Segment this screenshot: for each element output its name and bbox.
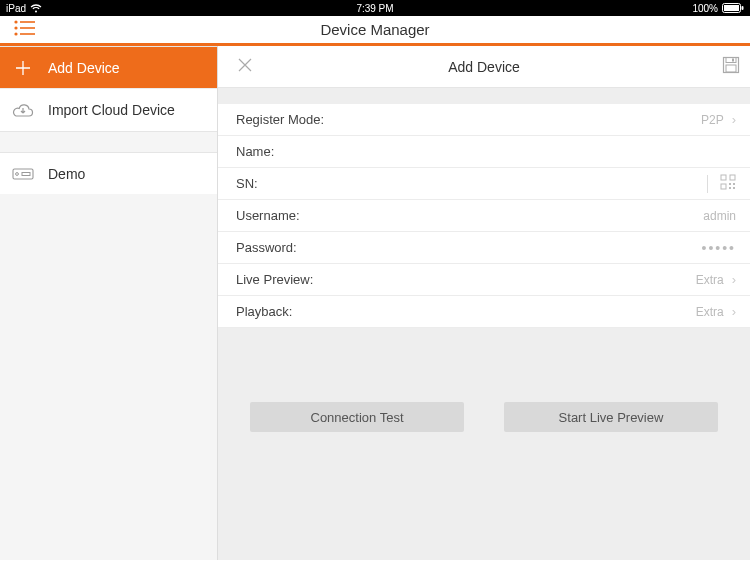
- svg-rect-22: [733, 187, 735, 189]
- value-username: admin: [703, 209, 736, 223]
- sidebar-item-label: Add Device: [48, 60, 120, 76]
- svg-rect-4: [20, 21, 35, 23]
- label-name: Name:: [236, 144, 274, 159]
- svg-rect-14: [732, 58, 734, 61]
- label-username: Username:: [236, 208, 300, 223]
- sidebar: Add Device Import Cloud Device Demo: [0, 46, 218, 560]
- sidebar-item-import-cloud[interactable]: Import Cloud Device: [0, 89, 217, 131]
- sidebar-item-add-device[interactable]: Add Device: [0, 47, 217, 89]
- save-icon[interactable]: [722, 56, 740, 78]
- svg-rect-18: [721, 184, 726, 189]
- svg-point-3: [14, 20, 17, 23]
- panel-title: Add Device: [448, 59, 520, 75]
- connection-test-button[interactable]: Connection Test: [250, 402, 464, 432]
- label-register-mode: Register Mode:: [236, 112, 324, 127]
- svg-point-7: [14, 32, 17, 35]
- battery-icon: [722, 3, 744, 13]
- chevron-right-icon: ›: [732, 272, 736, 287]
- svg-rect-19: [729, 183, 731, 185]
- svg-rect-8: [20, 33, 35, 35]
- value-password: •••••: [701, 240, 736, 256]
- svg-rect-17: [730, 175, 735, 180]
- close-icon[interactable]: [236, 56, 254, 78]
- status-battery-text: 100%: [692, 3, 718, 14]
- qr-icon[interactable]: [720, 174, 736, 193]
- chevron-right-icon: ›: [732, 304, 736, 319]
- row-username[interactable]: Username: admin: [218, 200, 750, 232]
- svg-rect-15: [726, 65, 736, 72]
- svg-point-10: [16, 172, 19, 175]
- row-live-preview[interactable]: Live Preview: Extra ›: [218, 264, 750, 296]
- value-register-mode: P2P: [701, 113, 724, 127]
- svg-rect-11: [22, 172, 30, 175]
- svg-rect-2: [742, 6, 744, 10]
- svg-point-5: [14, 26, 17, 29]
- value-playback: Extra: [696, 305, 724, 319]
- status-time: 7:39 PM: [356, 3, 393, 14]
- menu-icon[interactable]: [14, 20, 36, 40]
- svg-rect-16: [721, 175, 726, 180]
- label-live-preview: Live Preview:: [236, 272, 313, 287]
- start-live-preview-button[interactable]: Start Live Preview: [504, 402, 718, 432]
- svg-rect-1: [724, 5, 739, 11]
- status-bar: iPad 7:39 PM 100%: [0, 0, 750, 16]
- svg-rect-21: [729, 187, 731, 189]
- plus-icon: [12, 60, 34, 76]
- nav-bar: Device Manager: [0, 16, 750, 46]
- svg-rect-6: [20, 27, 35, 29]
- device-icon: [12, 168, 34, 180]
- row-name[interactable]: Name:: [218, 136, 750, 168]
- status-device: iPad: [6, 3, 26, 14]
- label-sn: SN:: [236, 176, 258, 191]
- wifi-icon: [30, 4, 42, 13]
- sidebar-item-label: Demo: [48, 166, 85, 182]
- label-password: Password:: [236, 240, 297, 255]
- main-panel: Add Device Register Mode: P2P › Name: SN…: [218, 46, 750, 560]
- chevron-right-icon: ›: [732, 112, 736, 127]
- svg-rect-20: [733, 183, 735, 185]
- panel-header: Add Device: [218, 46, 750, 88]
- svg-rect-13: [726, 57, 736, 62]
- page-title: Device Manager: [320, 21, 429, 38]
- row-password[interactable]: Password: •••••: [218, 232, 750, 264]
- row-sn[interactable]: SN:: [218, 168, 750, 200]
- value-live-preview: Extra: [696, 273, 724, 287]
- cloud-download-icon: [12, 103, 34, 118]
- row-playback[interactable]: Playback: Extra ›: [218, 296, 750, 328]
- sidebar-item-demo[interactable]: Demo: [0, 152, 217, 194]
- label-playback: Playback:: [236, 304, 292, 319]
- sidebar-item-label: Import Cloud Device: [48, 102, 175, 118]
- row-register-mode[interactable]: Register Mode: P2P ›: [218, 104, 750, 136]
